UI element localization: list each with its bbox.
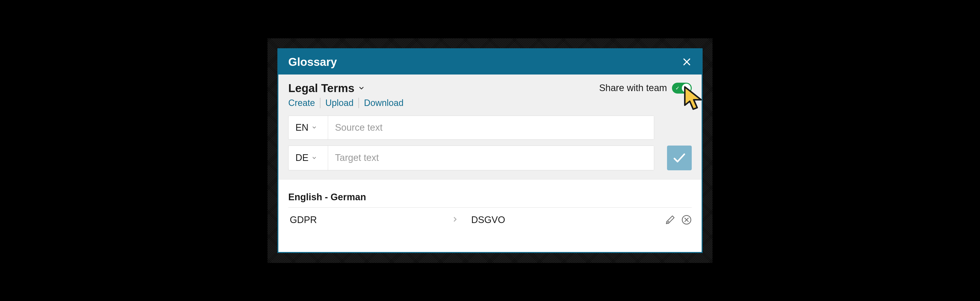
share-label: Share with team (599, 83, 667, 93)
target-input-group: DE (288, 146, 654, 170)
svg-line-3 (668, 222, 670, 223)
share-group: Share with team ✓ (599, 83, 692, 94)
chevron-down-icon (312, 155, 317, 161)
cursor-pointer-icon (682, 85, 707, 113)
edit-entry-button[interactable] (665, 215, 675, 225)
chevron-down-icon (358, 85, 365, 91)
delete-icon (681, 215, 692, 225)
lang-pair-header: English - German (288, 192, 692, 208)
submit-entry-button[interactable] (667, 146, 692, 170)
source-input-group: EN (288, 115, 654, 139)
delete-entry-button[interactable] (681, 215, 692, 225)
target-lang-code: DE (296, 152, 309, 163)
arrow-right-icon (452, 215, 471, 225)
close-icon (682, 57, 692, 67)
source-lang-code: EN (296, 122, 309, 133)
modal-header: Glossary (278, 49, 702, 75)
modal-title: Glossary (288, 55, 337, 69)
entry-actions (665, 215, 692, 225)
target-text-input[interactable] (328, 146, 654, 170)
upload-link[interactable]: Upload (320, 98, 359, 108)
config-top-row: Legal Terms Share with team ✓ (288, 82, 692, 95)
download-link[interactable]: Download (359, 98, 409, 108)
chevron-down-icon (312, 125, 317, 130)
create-link[interactable]: Create (288, 98, 320, 108)
check-icon: ✓ (675, 85, 679, 91)
glossary-modal: Glossary Legal Terms Share (277, 48, 703, 253)
action-links: Create Upload Download (288, 98, 692, 108)
entries-section: English - German GDPR DSGVO (278, 179, 702, 252)
config-section: Legal Terms Share with team ✓ (278, 75, 702, 179)
glossary-name-dropdown[interactable]: Legal Terms (288, 82, 365, 95)
entry-source-text: GDPR (288, 215, 452, 225)
input-rows: EN DE (288, 115, 692, 170)
target-input-row: DE (288, 146, 692, 170)
source-lang-selector[interactable]: EN (288, 116, 328, 139)
entry-row: GDPR DSGVO (288, 208, 692, 232)
target-lang-selector[interactable]: DE (288, 146, 328, 170)
entry-target-text: DSGVO (471, 215, 665, 225)
edit-icon (665, 215, 675, 225)
glossary-name-label: Legal Terms (288, 82, 355, 95)
source-text-input[interactable] (328, 116, 654, 139)
svg-line-2 (668, 221, 669, 222)
check-icon (672, 150, 687, 165)
close-button[interactable] (682, 57, 692, 67)
source-input-row: EN (288, 115, 692, 139)
